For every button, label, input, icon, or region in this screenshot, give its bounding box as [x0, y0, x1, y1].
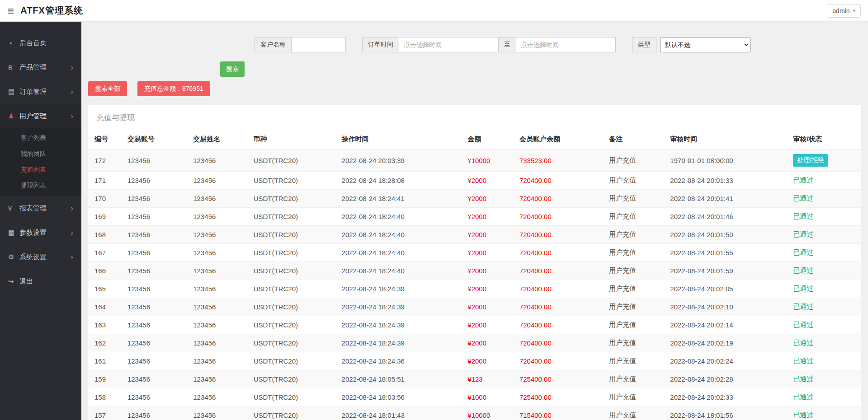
table-row: 161123456123456USDT(TRC20)2022-08-24 18:…	[88, 352, 861, 370]
cell-currency: USDT(TRC20)	[249, 370, 337, 388]
cell-op_time: 2022-08-24 18:24:40	[337, 244, 463, 262]
cell-name: 123456	[189, 406, 249, 420]
cell-remark: 用户充值	[604, 244, 665, 262]
status-action-button[interactable]: 处理/拒绝	[793, 154, 828, 167]
sidebar-subitem-充值列表[interactable]: 充值列表	[0, 162, 81, 177]
cell-audit_time: 2022-08-24 20:01:50	[665, 226, 788, 244]
cell-name: 123456	[189, 172, 249, 190]
column-header: 审核时间	[665, 130, 788, 149]
time-end-input[interactable]	[516, 37, 616, 52]
table-row: 164123456123456USDT(TRC20)2022-08-24 18:…	[88, 298, 861, 316]
cell-amount: ¥123	[463, 370, 515, 388]
table-row: 166123456123456USDT(TRC20)2022-08-24 18:…	[88, 262, 861, 280]
sidebar-subitem-客户列表[interactable]: 客户列表	[0, 130, 81, 146]
cell-currency: USDT(TRC20)	[249, 388, 337, 406]
cell-status: 已通过	[788, 280, 861, 298]
sidebar-item-报表管理[interactable]: ¥报表管理›	[0, 196, 81, 220]
sidebar-item-参数设置[interactable]: ▦参数设置›	[0, 220, 81, 245]
customer-name-label: 客户名称	[255, 37, 292, 52]
table-body: 172123456123456USDT(TRC20)2022-08-24 20:…	[88, 149, 861, 420]
cell-amount: ¥10000	[463, 149, 515, 172]
chevron-right-icon: ›	[71, 204, 73, 212]
status-passed-label: 已通过	[793, 212, 813, 220]
status-passed-label: 已通过	[793, 375, 813, 383]
chevron-right-icon: ›	[71, 112, 73, 120]
cell-account: 123456	[123, 298, 189, 316]
column-header: 备注	[604, 130, 665, 149]
status-passed-label: 已通过	[793, 285, 813, 292]
sidebar-subitem-提现列表[interactable]: 提现列表	[0, 177, 81, 193]
cell-currency: USDT(TRC20)	[249, 262, 337, 280]
cell-status: 已通过	[788, 298, 861, 316]
cell-currency: USDT(TRC20)	[249, 149, 337, 172]
cell-id: 161	[88, 352, 123, 370]
filter-row: 客户名称 订单时间 至 类型 默认不选	[255, 37, 861, 52]
cell-name: 123456	[189, 334, 249, 352]
cell-id: 159	[88, 370, 123, 388]
status-passed-label: 已通过	[793, 230, 813, 238]
cell-id: 158	[88, 388, 123, 406]
cell-op_time: 2022-08-24 18:24:39	[337, 334, 463, 352]
table-row: 159123456123456USDT(TRC20)2022-08-24 18:…	[88, 370, 861, 388]
cell-status: 已通过	[788, 190, 861, 208]
column-header: 交易账号	[123, 130, 189, 149]
cell-balance: 733523.00	[515, 149, 604, 172]
table-row: 168123456123456USDT(TRC20)2022-08-24 18:…	[88, 226, 861, 244]
report-icon: ¥	[8, 205, 19, 212]
cell-account: 123456	[123, 388, 189, 406]
time-start-input[interactable]	[399, 37, 499, 52]
table-row: 169123456123456USDT(TRC20)2022-08-24 18:…	[88, 208, 861, 226]
recharge-table: 编号交易账号交易姓名币种操作时间金额会员账户余额备注审核时间审核/状态 1721…	[88, 130, 861, 420]
menu-icon[interactable]: ≡	[7, 5, 14, 17]
cell-name: 123456	[189, 262, 249, 280]
cell-remark: 用户充值	[604, 190, 665, 208]
cell-status: 已通过	[788, 208, 861, 226]
cell-name: 123456	[189, 388, 249, 406]
cell-amount: ¥2000	[463, 334, 515, 352]
user-name: admin	[832, 7, 849, 14]
cell-account: 123456	[123, 172, 189, 190]
sidebar-item-后台首页[interactable]: ◔后台首页	[0, 31, 81, 55]
column-header: 审核/状态	[788, 130, 861, 149]
sidebar-item-用户管理[interactable]: ♟用户管理›	[0, 104, 81, 128]
cell-currency: USDT(TRC20)	[249, 190, 337, 208]
cell-id: 171	[88, 172, 123, 190]
type-select[interactable]: 默认不选	[660, 37, 750, 52]
cell-op_time: 2022-08-24 18:24:36	[337, 352, 463, 370]
column-header: 金额	[463, 130, 515, 149]
cell-balance: 720400.00	[515, 280, 604, 298]
sidebar-item-产品管理[interactable]: Ƀ产品管理›	[0, 55, 81, 79]
cell-amount: ¥2000	[463, 262, 515, 280]
search-button[interactable]: 搜索	[220, 61, 245, 77]
cell-account: 123456	[123, 149, 189, 172]
app-root: ≡ ATFX管理系统 admin ▾ ◔后台首页Ƀ产品管理›▤订单管理›♟用户管…	[0, 0, 868, 420]
system-icon: ⚙	[8, 253, 19, 261]
user-menu[interactable]: admin ▾	[827, 4, 861, 18]
cell-status: 已通过	[788, 334, 861, 352]
customer-name-input[interactable]	[292, 37, 346, 52]
cell-audit_time: 2022-08-24 20:01:46	[665, 208, 788, 226]
cell-remark: 用户充值	[604, 149, 665, 172]
cell-balance: 720400.00	[515, 298, 604, 316]
table-row: 171123456123456USDT(TRC20)2022-08-24 18:…	[88, 172, 861, 190]
cell-balance: 725400.00	[515, 388, 604, 406]
sidebar-item-订单管理[interactable]: ▤订单管理›	[0, 79, 81, 104]
total-amount-button[interactable]: 充值总金额：876951	[137, 81, 210, 96]
column-header: 操作时间	[337, 130, 463, 149]
cell-remark: 用户充值	[604, 208, 665, 226]
search-all-button[interactable]: 搜索全部	[88, 81, 127, 96]
cell-account: 123456	[123, 316, 189, 334]
cell-name: 123456	[189, 370, 249, 388]
status-passed-label: 已通过	[793, 303, 813, 310]
sidebar-subitem-我的团队[interactable]: 我的团队	[0, 146, 81, 162]
cell-remark: 用户充值	[604, 370, 665, 388]
cell-account: 123456	[123, 352, 189, 370]
sidebar-item-退出[interactable]: ↪退出	[0, 269, 81, 294]
cell-balance: 720400.00	[515, 352, 604, 370]
cell-audit_time: 2022-08-24 20:01:33	[665, 172, 788, 190]
cell-audit_time: 2022-08-24 20:02:05	[665, 280, 788, 298]
cell-op_time: 2022-08-24 18:24:40	[337, 208, 463, 226]
cell-op_time: 2022-08-24 18:24:40	[337, 262, 463, 280]
cell-op_time: 2022-08-24 18:05:51	[337, 370, 463, 388]
sidebar-item-系统设置[interactable]: ⚙系统设置›	[0, 245, 81, 269]
